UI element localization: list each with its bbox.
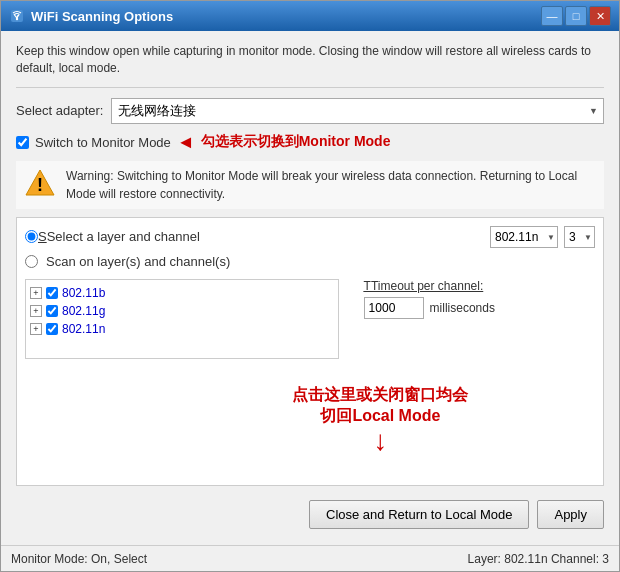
close-local-mode-button[interactable]: Close and Return to Local Mode [309, 500, 529, 529]
timeout-unit: milliseconds [430, 301, 495, 315]
annotation-cn-line1: 点击这里或关闭窗口均会 [292, 385, 468, 406]
select-layer-row: SSelect a layer and channel 802.11n 802.… [25, 226, 595, 248]
adapter-select-wrapper: 无线网络连接 [111, 98, 604, 124]
adapter-select[interactable]: 无线网络连接 [111, 98, 604, 124]
annotation-arrow-1: ◄ [177, 132, 195, 153]
timeout-label: TTimeout per channel: [364, 279, 587, 293]
tree-checkbox-80211n[interactable] [46, 323, 58, 335]
scan-layers-radio[interactable] [25, 255, 38, 268]
bottom-buttons: Close and Return to Local Mode Apply [16, 494, 604, 533]
close-button[interactable]: ✕ [589, 6, 611, 26]
annotation-overlay: 点击这里或关闭窗口均会 切回Local Mode ↓ [292, 385, 468, 455]
title-bar: WiFi Scanning Options — □ ✕ [1, 1, 619, 31]
svg-text:!: ! [37, 175, 43, 195]
window-controls: — □ ✕ [541, 6, 611, 26]
warning-text: Warning: Switching to Monitor Mode will … [66, 167, 596, 203]
tree-expand-80211b[interactable]: + [30, 287, 42, 299]
tree-label-80211n: 802.11n [62, 322, 105, 336]
monitor-mode-row: Switch to Monitor Mode ◄ 勾选表示切换到Monitor … [16, 132, 604, 153]
channel-select-wrapper: 1 2 3 4 5 6 [564, 226, 595, 248]
scan-layers-label[interactable]: Scan on layer(s) and channel(s) [46, 254, 230, 269]
warning-icon: ! [24, 167, 56, 199]
tree-label-80211b: 802.11b [62, 286, 105, 300]
monitor-mode-checkbox[interactable] [16, 136, 29, 149]
content-area: Keep this window open while capturing in… [1, 31, 619, 545]
tree-item-80211b: + 802.11b [30, 284, 334, 302]
options-section: SSelect a layer and channel 802.11n 802.… [16, 217, 604, 486]
tree-item-80211n: + 802.11n [30, 320, 334, 338]
monitor-mode-label[interactable]: Switch to Monitor Mode [35, 135, 171, 150]
status-left: Monitor Mode: On, Select [11, 552, 147, 566]
tree-checkbox-80211b[interactable] [46, 287, 58, 299]
timeout-area: TTimeout per channel: milliseconds [356, 275, 595, 323]
tree-expand-80211g[interactable]: + [30, 305, 42, 317]
select-layer-radio[interactable] [25, 230, 38, 243]
wifi-icon [9, 8, 25, 24]
scan-layers-row: Scan on layer(s) and channel(s) [25, 254, 595, 269]
tree-item-80211g: + 802.11g [30, 302, 334, 320]
layer-select-wrapper: 802.11n 802.11b 802.11g [490, 226, 558, 248]
info-text: Keep this window open while capturing in… [16, 43, 604, 77]
timeout-input[interactable] [364, 297, 424, 319]
divider-1 [16, 87, 604, 88]
annotation-cn-line2: 切回Local Mode [292, 406, 468, 427]
status-bar: Monitor Mode: On, Select Layer: 802.11n … [1, 545, 619, 571]
maximize-button[interactable]: □ [565, 6, 587, 26]
adapter-label: Select adapter: [16, 103, 103, 118]
status-right: Layer: 802.11n Channel: 3 [468, 552, 609, 566]
apply-button[interactable]: Apply [537, 500, 604, 529]
tree-checkbox-80211g[interactable] [46, 305, 58, 317]
tree-label-80211g: 802.11g [62, 304, 105, 318]
warning-box: ! Warning: Switching to Monitor Mode wil… [16, 161, 604, 209]
select-layer-label[interactable]: SSelect a layer and channel [38, 229, 200, 244]
adapter-row: Select adapter: 无线网络连接 [16, 98, 604, 124]
window-title: WiFi Scanning Options [31, 9, 541, 24]
tree-expand-80211n[interactable]: + [30, 323, 42, 335]
tree-timeout-area: + 802.11b + 802.11g + 802.11n [25, 275, 595, 359]
timeout-row: milliseconds [364, 297, 587, 319]
svg-point-1 [16, 18, 18, 20]
annotation-arrow-down: ↓ [292, 427, 468, 455]
channel-select[interactable]: 1 2 3 4 5 6 [564, 226, 595, 248]
main-window: WiFi Scanning Options — □ ✕ Keep this wi… [0, 0, 620, 572]
minimize-button[interactable]: — [541, 6, 563, 26]
annotation-text-1: 勾选表示切换到Monitor Mode [201, 133, 391, 151]
tree-area: + 802.11b + 802.11g + 802.11n [25, 279, 339, 359]
layer-select[interactable]: 802.11n 802.11b 802.11g [490, 226, 558, 248]
